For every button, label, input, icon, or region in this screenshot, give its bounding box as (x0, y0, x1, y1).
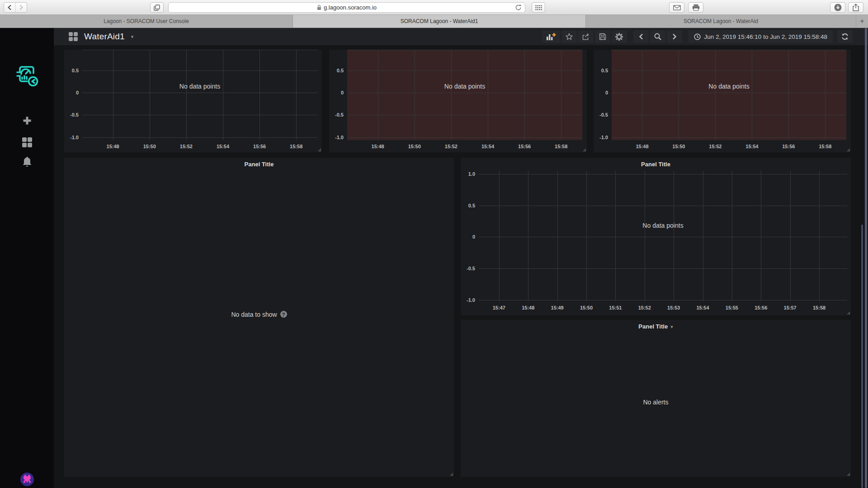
forward-button[interactable] (15, 3, 27, 12)
share-export-icon (582, 33, 590, 40)
mail-button[interactable] (669, 2, 684, 13)
axis-tick-label: 15:56 (518, 144, 531, 149)
panel-title[interactable]: Panel Title▾ (461, 323, 851, 330)
panel-title-text: Panel Title (641, 161, 670, 168)
dashboard-title[interactable]: WaterAid1 (84, 32, 125, 42)
zoom-out-button[interactable] (650, 30, 665, 43)
dashboards-grid-icon (22, 137, 33, 148)
axis-tick-label: 1.0 (468, 171, 475, 177)
lagoon-logo[interactable] (0, 65, 54, 88)
axis-tick-label: 15:54 (696, 305, 709, 310)
axis-tick-label: -0.5 (467, 266, 475, 271)
axis-tick-label: 15:58 (290, 144, 302, 149)
panel-graph-top-right: 15:4815:5015:5215:5415:5615:580.50-0.5-1… (594, 50, 851, 152)
url-text: g.lagoon.soracom.io (324, 4, 377, 11)
graph-plot-area[interactable]: 15:4815:5015:5215:5415:5615:580.50-0.5-1… (82, 50, 317, 140)
no-data-label: No data points (82, 83, 317, 90)
save-floppy-icon (599, 33, 606, 40)
graph-plot-area[interactable]: 15:4715:4815:4915:5015:5115:5215:5315:54… (479, 171, 847, 301)
axis-tick-label: 15:49 (551, 305, 564, 310)
time-range-picker[interactable]: Jun 2, 2019 15:46:10 to Jun 2, 2019 15:5… (689, 30, 833, 43)
user-avatar[interactable] (0, 473, 54, 486)
graph-plot-area[interactable]: 15:4815:5015:5215:5415:5615:580.50-0.5-1… (612, 50, 846, 140)
print-icon (692, 4, 700, 11)
no-alerts-text: No alerts (643, 399, 668, 406)
dashboard-scrollbar[interactable] (861, 225, 863, 488)
axis-tick-label: -1.0 (335, 135, 344, 140)
sidebar-item-alerting[interactable] (0, 156, 54, 168)
forward-icon (19, 5, 24, 10)
share-icon (853, 4, 859, 11)
axis-tick-label: 15:48 (107, 144, 119, 149)
downloads-button[interactable] (830, 2, 845, 13)
axis-tick-label: 15:58 (813, 305, 826, 310)
axis-tick-label: 15:54 (217, 144, 229, 149)
address-bar[interactable]: g.lagoon.soracom.io (168, 2, 525, 13)
reload-button[interactable] (515, 4, 522, 12)
print-button[interactable] (688, 2, 703, 13)
axis-tick-label: 15:54 (481, 144, 494, 149)
panel-alert-list: Panel Title▾ No alerts (461, 320, 851, 477)
sidebar-item-dashboards[interactable] (0, 137, 54, 148)
no-data-label: No data points (347, 83, 582, 90)
axis-tick-label: 15:56 (253, 144, 266, 149)
caret-down-icon[interactable]: ▾ (131, 34, 134, 40)
axis-tick-label: 0 (605, 90, 608, 95)
download-icon (834, 4, 842, 11)
panel-title[interactable]: Panel Title (461, 161, 851, 168)
axis-tick-label: 15:48 (522, 305, 534, 310)
lock-icon (317, 5, 321, 10)
launchpad-button[interactable] (532, 2, 545, 13)
help-question-icon[interactable]: ? (280, 311, 287, 318)
share-dashboard-button[interactable] (578, 30, 594, 43)
dashboard-header: WaterAid1 ▾ (54, 28, 868, 45)
add-plus-icon (22, 116, 32, 126)
axis-tick-label: 15:56 (782, 144, 795, 149)
chevron-right-icon (672, 33, 677, 40)
tab-wateraid[interactable]: SORACOM Lagoon - WaterAid (586, 15, 856, 28)
avatar-pixel-icon (20, 473, 34, 486)
axis-tick-label: 15:52 (180, 144, 193, 149)
axis-tick-label: -1.0 (467, 297, 475, 303)
settings-button[interactable] (612, 30, 627, 43)
caret-down-icon: ▾ (670, 324, 673, 329)
panel-main: Panel Title No data to show ? (64, 158, 454, 477)
new-tab-button[interactable]: + (856, 15, 868, 28)
add-panel-icon (546, 33, 556, 41)
star-button[interactable] (561, 30, 577, 43)
tab-title: Lagoon - SORACOM User Console (104, 18, 189, 24)
axis-tick-label: 15:50 (408, 144, 421, 149)
mail-icon (673, 5, 681, 10)
axis-tick-label: 15:53 (667, 305, 680, 310)
axis-tick-label: 0 (341, 90, 344, 95)
window-scrollbar[interactable] (865, 28, 867, 488)
tab-overview-button[interactable] (150, 2, 164, 13)
no-data-message: No data to show ? (64, 311, 454, 318)
plus-icon: + (860, 17, 864, 26)
tab-wateraid1-active[interactable]: SORACOM Lagoon - WaterAid1 (293, 15, 586, 28)
axis-tick-label: 15:48 (372, 144, 384, 149)
dashboard-grid-icon[interactable] (69, 32, 78, 41)
sidebar-item-add[interactable] (0, 116, 54, 126)
lagoon-sidebar: ? (0, 28, 54, 488)
time-back-button[interactable] (633, 30, 649, 43)
panel-title[interactable]: Panel Title (64, 161, 454, 168)
axis-tick-label: -0.5 (70, 112, 79, 117)
axis-tick-label: 15:56 (755, 305, 767, 310)
back-button[interactable] (4, 3, 15, 12)
axis-tick-label: 15:52 (638, 305, 651, 310)
axis-tick-label: 15:57 (784, 305, 797, 310)
refresh-icon (841, 33, 849, 40)
share-button[interactable] (848, 2, 863, 13)
no-data-label: No data points (612, 83, 846, 90)
no-data-label: No data points (479, 222, 847, 229)
graph-plot-area[interactable]: 15:4815:5015:5215:5415:5615:580.50-0.5-1… (347, 50, 582, 140)
time-forward-button[interactable] (667, 30, 682, 43)
add-panel-button[interactable] (542, 30, 560, 43)
no-data-text: No data to show (231, 311, 277, 318)
lagoon-logo-icon (15, 65, 39, 88)
refresh-button[interactable] (837, 30, 853, 43)
tab-user-console[interactable]: Lagoon - SORACOM User Console (0, 15, 293, 28)
save-button[interactable] (595, 30, 610, 43)
axis-tick-label: 0.5 (337, 68, 344, 73)
